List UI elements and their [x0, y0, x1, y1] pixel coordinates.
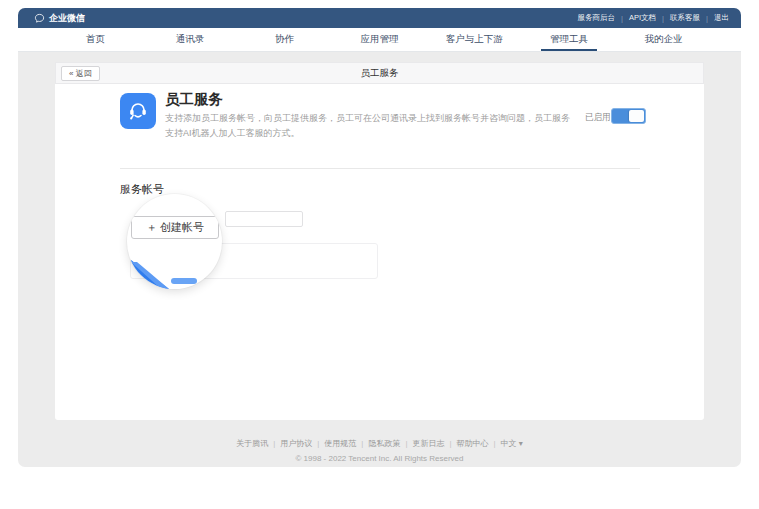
language-selector[interactable]: 中文 ▾: [501, 438, 523, 449]
app-description-line2: 支持AI机器人加人工客服的方式。: [165, 126, 645, 141]
toggle-knob: [629, 110, 644, 122]
link-logout[interactable]: 退出: [714, 13, 729, 23]
separator: |: [662, 14, 664, 23]
link-changelog[interactable]: 更新日志: [412, 438, 444, 449]
link-user-agreement[interactable]: 用户协议: [280, 438, 312, 449]
separator: |: [494, 439, 496, 448]
admin-window: 企业微信 服务商后台 | API文档 | 联系客服 | 退出 首页 通讯录 协作…: [18, 8, 741, 467]
copyright: © 1998 - 2022 Tencent Inc. All Rights Re…: [18, 454, 741, 463]
magnifier-bubble: ＋ 创建帐号: [127, 194, 222, 289]
app-logo[interactable]: 企业微信: [34, 12, 85, 25]
separator: |: [405, 439, 407, 448]
tab-home[interactable]: 首页: [48, 28, 143, 51]
page-title: 员工服务: [56, 67, 703, 80]
divider: [120, 168, 640, 169]
link-privacy-policy[interactable]: 隐私政策: [368, 438, 400, 449]
separator: |: [361, 439, 363, 448]
enabled-toggle[interactable]: [611, 108, 646, 124]
footer: 关于腾讯 | 用户协议 | 使用规范 | 隐私政策 | 更新日志 | 帮助中心 …: [18, 432, 741, 463]
create-account-button[interactable]: ＋ 创建帐号: [131, 216, 219, 239]
tab-collaboration[interactable]: 协作: [237, 28, 332, 51]
tab-app-management[interactable]: 应用管理: [332, 28, 427, 51]
customer-service-headset-icon: [120, 93, 156, 129]
wechat-work-bubble-icon: [34, 13, 45, 24]
tab-my-company[interactable]: 我的企业: [616, 28, 711, 51]
tab-management-tools[interactable]: 管理工具: [522, 28, 617, 51]
footer-links: 关于腾讯 | 用户协议 | 使用规范 | 隐私政策 | 更新日志 | 帮助中心 …: [236, 438, 523, 449]
tab-contacts[interactable]: 通讯录: [143, 28, 238, 51]
separator: |: [317, 439, 319, 448]
topbar: 企业微信 服务商后台 | API文档 | 联系客服 | 退出: [18, 8, 741, 28]
link-about-tencent[interactable]: 关于腾讯: [236, 438, 268, 449]
page-header-bar: « 返回 员工服务: [55, 62, 704, 84]
tab-customers[interactable]: 客户与上下游: [427, 28, 522, 51]
link-api-docs[interactable]: API文档: [629, 13, 656, 23]
status-label: 已启用: [585, 112, 611, 124]
app-description: 支持添加员工服务帐号，向员工提供服务，员工可在公司通讯录上找到服务帐号并咨询问题…: [165, 111, 645, 140]
link-usage-rules[interactable]: 使用规范: [324, 438, 356, 449]
separator: |: [449, 439, 451, 448]
back-button[interactable]: « 返回: [61, 66, 100, 81]
app-name: 员工服务: [165, 90, 223, 109]
service-accounts-section-title: 服务帐号: [120, 182, 164, 197]
app-description-line1: 支持添加员工服务帐号，向员工提供服务，员工可在公司通讯录上找到服务帐号并咨询问题…: [165, 111, 645, 126]
separator: |: [273, 439, 275, 448]
separator: |: [706, 14, 708, 23]
logo-text: 企业微信: [49, 12, 85, 25]
employee-service-card: 员工服务 支持添加员工服务帐号，向员工提供服务，员工可在公司通讯录上找到服务帐号…: [55, 84, 704, 420]
main-navbar: 首页 通讯录 协作 应用管理 客户与上下游 管理工具 我的企业: [18, 28, 741, 52]
account-avatar-fragment: [127, 250, 197, 289]
link-service-provider-console[interactable]: 服务商后台: [578, 13, 616, 23]
account-search-input[interactable]: [225, 211, 303, 227]
topbar-links: 服务商后台 | API文档 | 联系客服 | 退出: [578, 13, 729, 23]
link-contact-support[interactable]: 联系客服: [670, 13, 700, 23]
separator: |: [621, 14, 623, 23]
link-help-center[interactable]: 帮助中心: [457, 438, 489, 449]
